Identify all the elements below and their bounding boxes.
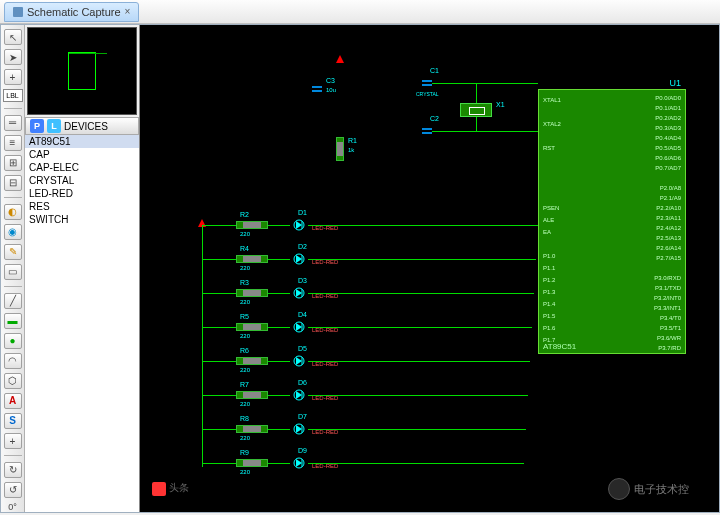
pin-p0-5-ad5: P0.5/AD5 [655,144,681,152]
led-d3[interactable] [290,286,308,300]
resistor-r7[interactable] [236,391,268,399]
wire [432,131,538,132]
wire [202,395,236,396]
pin-p3-3-int1: P3.3/INT1 [654,304,681,312]
pin-p3-4-t0: P3.4/T0 [660,314,681,322]
circle-tool[interactable]: ● [4,333,22,349]
wire [268,429,290,430]
label-tool[interactable]: LBL [3,89,23,102]
tool-6[interactable]: ≡ [4,135,22,151]
chip-u1[interactable]: U1 AT89C51 XTAL1XTAL2RSTPSENALEEAP1.0P1.… [538,89,686,354]
resistor-r5[interactable] [236,323,268,331]
pin-xtal1: XTAL1 [543,96,561,104]
resistor-r2[interactable] [236,221,268,229]
res-val: 220 [240,299,250,305]
capacitor-c2[interactable] [422,123,432,139]
device-item[interactable]: CAP [25,148,139,161]
crystal-x1[interactable] [460,103,492,117]
resistor-r3[interactable] [236,289,268,297]
capacitor-c3[interactable] [312,81,322,97]
preview-chip-icon [68,52,96,90]
device-item[interactable]: SWITCH [25,213,139,226]
pin-p3-0-rxd: P3.0/RXD [654,274,681,282]
devices-title: DEVICES [64,121,108,132]
led-d4[interactable] [290,320,308,334]
watermark: 电子技术控 [608,478,689,500]
wire [202,225,236,226]
wire [268,463,290,464]
led-d6[interactable] [290,388,308,402]
select-tool[interactable]: ↖ [4,29,22,45]
res-val: 220 [240,333,250,339]
text-a-tool[interactable]: A [4,393,22,409]
device-item[interactable]: CAP-ELEC [25,161,139,174]
resistor-r9[interactable] [236,459,268,467]
rect-tool[interactable]: ▬ [4,313,22,329]
resistor-r6[interactable] [236,357,268,365]
led-d1[interactable] [290,218,308,232]
led-ref: D1 [298,209,307,216]
plus-tool[interactable]: + [4,69,22,85]
text-s-tool[interactable]: S [4,413,22,429]
device-list[interactable]: AT89C51 CAP CAP-ELEC CRYSTAL LED-RED RES… [25,135,139,512]
device-item[interactable]: AT89C51 [25,135,139,148]
device-item[interactable]: RES [25,200,139,213]
tool-12[interactable]: ▭ [4,264,22,280]
pin-ea: EA [543,228,551,236]
tool-10[interactable]: ◉ [4,224,22,240]
watermark-text: 电子技术控 [634,482,689,497]
pin-p3-2-int0: P3.2/INT0 [654,294,681,302]
wire [308,225,538,226]
resistor-r1[interactable] [336,137,344,161]
arc-tool[interactable]: ◠ [4,353,22,369]
led-ref: D4 [298,311,307,318]
res-val: 220 [240,367,250,373]
led-d5[interactable] [290,354,308,368]
wire [268,327,290,328]
pin-p3-1-txd: P3.1/TXD [655,284,681,292]
pin-p2-6-a14: P2.6/A14 [656,244,681,252]
wire [268,293,290,294]
devices-header: P L DEVICES [25,117,139,135]
pin-p0-1-ad1: P0.1/AD1 [655,104,681,112]
tool-8[interactable]: ⊟ [4,175,22,191]
res-ref: R8 [240,415,249,422]
pin-p1.1: P1.1 [543,264,555,272]
pick-parts-button[interactable]: P [30,119,44,133]
res-ref: R3 [240,279,249,286]
tool-5[interactable]: ═ [4,115,22,131]
led-d2[interactable] [290,252,308,266]
led-d7[interactable] [290,422,308,436]
library-button[interactable]: L [47,119,61,133]
led-ref: D9 [298,447,307,454]
led-d9[interactable] [290,456,308,470]
device-item[interactable]: CRYSTAL [25,174,139,187]
rotate-ccw-tool[interactable]: ↺ [4,482,22,498]
wire [202,327,236,328]
close-icon[interactable]: × [125,6,131,17]
pin-p1.0: P1.0 [543,252,555,260]
resistor-r8[interactable] [236,425,268,433]
wire [308,429,526,430]
cap-c1-ref: C1 [430,67,439,74]
tool-9[interactable]: ◐ [4,204,22,220]
schematic-canvas[interactable]: C3 10u C1 CRYSTAL C2 X1 R1 1k R2 220 D1 … [140,25,719,512]
origin-tool[interactable]: + [4,433,22,449]
device-item[interactable]: LED-RED [25,187,139,200]
wire [268,259,290,260]
res-ref: R5 [240,313,249,320]
poly-tool[interactable]: ⬡ [4,373,22,389]
rotate-cw-tool[interactable]: ↻ [4,462,22,478]
tool-11[interactable]: ✎ [4,244,22,260]
component-tool[interactable]: ➤ [4,49,22,65]
tool-7[interactable]: ⊞ [4,155,22,171]
line-tool[interactable]: ╱ [4,293,22,309]
pin-p0-3-ad3: P0.3/AD3 [655,124,681,132]
pin-p2-0-a8: P2.0/A8 [660,184,681,192]
wire [308,395,528,396]
tab-schematic[interactable]: Schematic Capture × [4,2,139,22]
resistor-r4[interactable] [236,255,268,263]
capacitor-c1[interactable] [422,75,432,91]
pin-xtal2: XTAL2 [543,120,561,128]
pin-p2-3-a11: P2.3/A11 [656,214,681,222]
